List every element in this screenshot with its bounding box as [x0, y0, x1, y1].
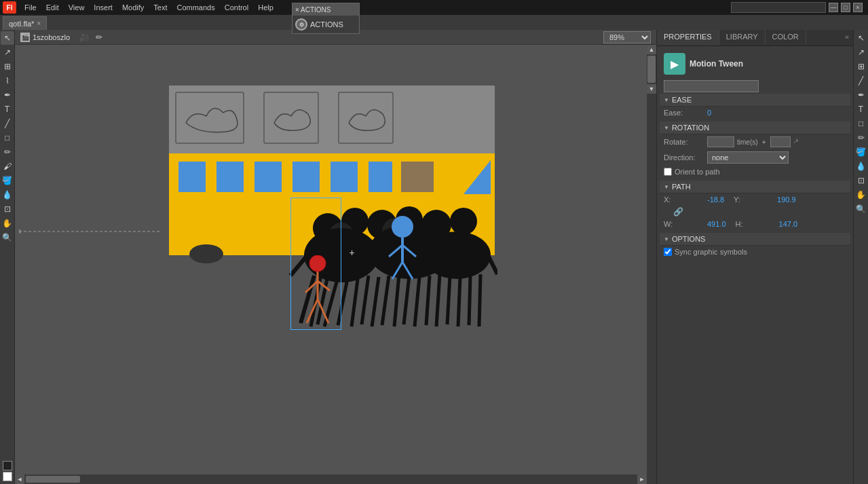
svg-line-23 — [394, 274, 399, 327]
svg-line-21 — [372, 277, 379, 327]
tab-library[interactable]: LIBRARY — [719, 30, 766, 45]
scroll-right-button[interactable]: ► — [637, 474, 647, 484]
minimize-button[interactable]: — — [829, 3, 838, 12]
stage-vertical-scrollbar[interactable]: ▲ ▼ — [647, 45, 656, 474]
lasso-tool[interactable]: ⌇ — [1, 74, 14, 88]
path-section-header[interactable]: ▼ PATH — [660, 181, 850, 193]
menu-commands[interactable]: Commands — [172, 2, 219, 13]
rt-subselect-tool[interactable]: ↗ — [854, 45, 868, 59]
rotation-label: ROTATION — [672, 124, 709, 132]
plus-label: + — [762, 138, 766, 146]
orient-checkbox[interactable] — [664, 168, 672, 176]
rt-tool5[interactable]: ✒ — [854, 88, 868, 102]
svg-line-25 — [415, 277, 419, 327]
rotate-input[interactable] — [707, 136, 734, 147]
line-tool[interactable]: ╱ — [1, 117, 14, 130]
svg-point-42 — [309, 255, 326, 272]
eraser-tool[interactable]: ⊡ — [1, 202, 14, 216]
ease-color-box[interactable] — [664, 80, 759, 92]
rect-tool[interactable]: □ — [1, 131, 14, 145]
rt-tool9[interactable]: 🪣 — [854, 145, 868, 159]
scroll-left-button[interactable]: ◄ — [15, 474, 24, 484]
tab-properties[interactable]: PROPERTIES — [657, 30, 719, 45]
pencil-tool[interactable]: ✏ — [1, 145, 14, 159]
stage-canvas: + — [165, 86, 497, 330]
ease-section-header[interactable]: ▼ EASE — [660, 94, 850, 107]
rt-tool8[interactable]: ✏ — [854, 131, 868, 145]
rotate-label: Rotate: — [664, 138, 704, 146]
scroll-up-button[interactable]: ▲ — [647, 45, 656, 54]
subselect-tool[interactable]: ↗ — [1, 45, 14, 59]
pen-tool[interactable]: ✒ — [1, 88, 14, 102]
svg-line-30 — [469, 276, 470, 325]
svg-point-49 — [19, 229, 21, 234]
menu-view[interactable]: View — [64, 2, 89, 13]
rt-tool11[interactable]: ⊡ — [854, 174, 868, 187]
zoom-tool[interactable]: 🔍 — [1, 231, 14, 244]
brush-tool[interactable]: 🖌 — [1, 160, 14, 173]
scene-icon: 🎬 — [20, 33, 30, 42]
rt-tool4[interactable]: ╱ — [854, 74, 868, 88]
rt-zoom-tool[interactable]: 🔍 — [854, 202, 868, 216]
direction-select[interactable]: none CW CCW — [707, 151, 789, 164]
menu-text[interactable]: Text — [149, 2, 171, 13]
transform-tool[interactable]: ⊞ — [1, 60, 14, 73]
rt-tool10[interactable]: 💧 — [854, 160, 868, 173]
close-button[interactable]: × — [853, 3, 863, 12]
edit-icon[interactable]: ✏ — [93, 31, 105, 43]
rt-select-tool[interactable]: ↖ — [854, 31, 868, 45]
rotate-row: Rotate: time(s) + ·° — [660, 134, 850, 149]
rotation-section-header[interactable]: ▼ ROTATION — [660, 122, 850, 134]
degree-label: ·° — [793, 138, 798, 146]
search-input[interactable] — [731, 2, 826, 13]
canvas-wrapper: + — [15, 45, 647, 474]
zoom-select[interactable]: 89% 100% 50% Fit in Window — [603, 31, 651, 43]
breadcrumb: 1szoboszlo — [33, 33, 70, 41]
right-panel-collapse[interactable]: « — [841, 30, 853, 45]
right-panel-tabs: PROPERTIES LIBRARY COLOR « — [657, 30, 853, 46]
text-tool[interactable]: T — [1, 103, 14, 116]
motion-tween-title: Motion Tween — [690, 59, 743, 69]
options-section: ▼ OPTIONS Sync graphic symbols — [660, 233, 850, 258]
rt-tool6[interactable]: T — [854, 103, 868, 116]
svg-point-8 — [450, 208, 477, 235]
file-tab[interactable]: qotI.fla* × — [3, 16, 47, 30]
actions-icon: ⚙ — [295, 18, 307, 31]
menu-control[interactable]: Control — [221, 2, 252, 13]
scroll-corner — [647, 474, 656, 484]
hand-tool[interactable]: ✋ — [1, 217, 14, 230]
degree-input[interactable] — [770, 136, 791, 147]
tab-close-icon[interactable]: × — [37, 20, 41, 27]
sketch-area — [169, 86, 495, 153]
fill-color-swatch[interactable] — [3, 472, 12, 481]
rt-tool12[interactable]: ✋ — [854, 188, 868, 202]
scroll-down-button[interactable]: ▼ — [647, 84, 656, 94]
menu-edit[interactable]: Edit — [42, 2, 63, 13]
rt-transform-tool[interactable]: ⊞ — [854, 60, 868, 73]
ease-label: EASE — [672, 96, 692, 104]
tab-color[interactable]: COLOR — [766, 30, 806, 45]
menu-help[interactable]: Help — [254, 2, 278, 13]
rt-tool7[interactable]: □ — [854, 117, 868, 130]
ease-row: Ease: 0 — [660, 107, 850, 119]
stroke-color-swatch[interactable] — [3, 461, 12, 470]
stage-horizontal-scrollbar[interactable]: ◄ ► — [15, 474, 647, 484]
select-tool[interactable]: ↖ — [1, 31, 14, 45]
options-collapse-icon: ▼ — [664, 236, 669, 242]
menu-file[interactable]: File — [20, 2, 41, 13]
eyedropper-tool[interactable]: 💧 — [1, 188, 14, 202]
maximize-button[interactable]: □ — [841, 3, 850, 12]
paint-bucket-tool[interactable]: 🪣 — [1, 174, 14, 187]
options-section-header[interactable]: ▼ OPTIONS — [660, 233, 850, 246]
w-value: 491.0 — [707, 220, 726, 228]
wh-row: W: 491.0 H: 147.0 — [660, 218, 850, 230]
svg-line-29 — [458, 277, 460, 327]
menu-modify[interactable]: Modify — [118, 2, 148, 13]
path-section: ▼ PATH X: -18.8 Y: 190.9 🔗 W: 491.0 H: — [660, 181, 850, 230]
app-logo: Fl — [3, 1, 16, 14]
bus-window-2 — [216, 162, 244, 192]
left-toolbar: ↖ ↗ ⊞ ⌇ ✒ T ╱ □ ✏ 🖌 🪣 💧 ⊡ ✋ 🔍 — [0, 30, 15, 484]
sync-checkbox[interactable] — [664, 248, 672, 256]
menu-insert[interactable]: Insert — [90, 2, 117, 13]
camera-icon[interactable]: 🎥 — [78, 31, 90, 43]
